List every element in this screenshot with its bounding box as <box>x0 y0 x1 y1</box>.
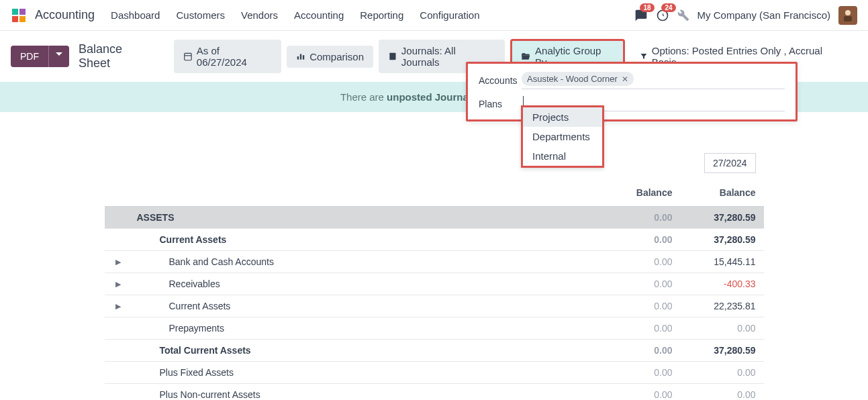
report-row[interactable]: Plus Fixed Assets0.000.00 <box>105 362 764 384</box>
row-label: ASSETS <box>132 212 597 223</box>
report-row[interactable]: ASSETS0.0037,280.59 <box>105 207 764 229</box>
row-value-2: 37,280.59 <box>681 234 764 245</box>
bar-chart-icon <box>296 52 305 61</box>
report-balance-header: Balance Balance <box>105 179 764 207</box>
nav-vendors[interactable]: Vendors <box>241 9 278 21</box>
row-label: Current Assets <box>132 234 597 245</box>
comparison-button[interactable]: Comparison <box>287 46 373 68</box>
asof-button[interactable]: As of 06/27/2024 <box>174 40 281 73</box>
expand-icon[interactable]: ▶ <box>105 258 132 266</box>
report-row[interactable]: Total Current Assets0.0037,280.59 <box>105 340 764 362</box>
svg-rect-2 <box>12 16 18 22</box>
svg-rect-11 <box>303 55 304 59</box>
row-value-1: 0.00 <box>597 212 681 223</box>
book-icon <box>388 52 397 61</box>
plan-option-projects[interactable]: Projects <box>523 107 602 127</box>
svg-rect-9 <box>297 56 299 60</box>
company-selector[interactable]: My Company (San Francisco) <box>697 9 830 21</box>
row-value-1: 0.00 <box>597 367 681 378</box>
nav-accounting[interactable]: Accounting <box>294 9 344 21</box>
expand-icon[interactable]: ▶ <box>105 302 132 311</box>
balance-header-1: Balance <box>597 179 681 206</box>
folder-open-icon <box>520 52 531 61</box>
report-row[interactable]: ▶Current Assets0.0022,235.81 <box>105 295 764 317</box>
analytic-popover: Accounts Asustek - Wood Corner ✕ Plans <box>466 62 798 121</box>
report-row[interactable]: Prepayments0.000.00 <box>105 317 764 340</box>
svg-rect-6 <box>844 16 852 21</box>
column-date[interactable]: 27/2024 <box>704 153 756 173</box>
row-label: Current Assets <box>132 301 597 311</box>
row-label: Plus Non-current Assets <box>132 389 597 400</box>
nav-dashboard[interactable]: Dashboard <box>111 9 160 21</box>
nav-customers[interactable]: Customers <box>176 9 225 21</box>
row-value-1: 0.00 <box>597 301 681 311</box>
report-row[interactable]: ▶Bank and Cash Accounts0.0015,445.11 <box>105 251 764 273</box>
topbar-right: 18 24 My Company (San Francisco) <box>634 6 857 25</box>
remove-tag-icon[interactable]: ✕ <box>622 74 628 84</box>
accounts-row: Accounts Asustek - Wood Corner ✕ <box>479 72 785 89</box>
row-value-1: 0.00 <box>597 234 681 245</box>
row-value-2: 15,445.11 <box>681 256 764 267</box>
svg-rect-3 <box>19 16 26 22</box>
row-value-2: 37,280.59 <box>681 212 764 223</box>
app-logo-icon <box>11 7 27 23</box>
row-label: Prepayments <box>132 323 597 334</box>
report-row[interactable]: Current Assets0.0037,280.59 <box>105 229 764 251</box>
report-title: Balance Sheet <box>79 42 156 70</box>
chat-badge: 18 <box>640 3 654 12</box>
report-date-header: 27/2024 <box>105 152 764 174</box>
row-value-2: 0.00 <box>681 389 764 400</box>
chat-icon[interactable]: 18 <box>634 9 648 22</box>
svg-rect-0 <box>12 9 18 15</box>
user-avatar[interactable] <box>838 6 857 25</box>
pdf-button-group: PDF <box>11 46 69 67</box>
filter-icon <box>640 52 648 60</box>
main-menu: Dashboard Customers Vendors Accounting R… <box>111 9 634 21</box>
report-body: 27/2024 Balance Balance ASSETS0.0037,280… <box>91 112 777 400</box>
row-value-1: 0.00 <box>597 279 681 289</box>
calendar-icon <box>183 52 193 61</box>
row-label: Bank and Cash Accounts <box>132 256 597 267</box>
expand-icon[interactable]: ▶ <box>105 280 132 289</box>
row-label: Total Current Assets <box>132 345 597 356</box>
app-name[interactable]: Accounting <box>35 8 95 22</box>
row-value-2: 22,235.81 <box>681 301 764 311</box>
row-value-2: 37,280.59 <box>681 345 764 356</box>
accounts-field[interactable]: Asustek - Wood Corner ✕ <box>522 72 785 89</box>
report-row[interactable]: ▶Receivables0.00-400.33 <box>105 273 764 295</box>
activity-badge: 24 <box>661 3 675 12</box>
account-tag: Asustek - Wood Corner ✕ <box>522 72 634 86</box>
row-value-1: 0.00 <box>597 345 681 356</box>
svg-point-5 <box>845 10 851 15</box>
plans-dropdown: Projects Departments Internal <box>521 105 604 168</box>
pdf-button[interactable]: PDF <box>11 46 48 67</box>
row-value-2: -400.33 <box>681 279 764 289</box>
svg-rect-7 <box>185 53 191 60</box>
row-value-2: 0.00 <box>681 367 764 378</box>
row-label: Plus Fixed Assets <box>132 367 597 378</box>
plan-option-departments[interactable]: Departments <box>523 127 602 146</box>
accounts-label: Accounts <box>479 75 522 86</box>
plan-option-internal[interactable]: Internal <box>523 146 602 166</box>
row-value-1: 0.00 <box>597 256 681 267</box>
row-value-1: 0.00 <box>597 389 681 400</box>
nav-reporting[interactable]: Reporting <box>360 9 403 21</box>
pdf-dropdown[interactable] <box>48 46 69 67</box>
row-value-2: 0.00 <box>681 323 764 334</box>
activity-icon[interactable]: 24 <box>656 9 669 22</box>
plans-label: Plans <box>479 99 522 109</box>
report-row[interactable]: Plus Non-current Assets0.000.00 <box>105 384 764 400</box>
row-value-1: 0.00 <box>597 323 681 334</box>
row-label: Receivables <box>132 279 597 289</box>
svg-rect-1 <box>19 9 26 15</box>
svg-rect-10 <box>300 54 301 60</box>
nav-configuration[interactable]: Configuration <box>420 9 479 21</box>
top-navbar: Accounting Dashboard Customers Vendors A… <box>0 0 868 31</box>
balance-header-2: Balance <box>681 179 764 206</box>
tools-icon[interactable] <box>677 9 689 21</box>
